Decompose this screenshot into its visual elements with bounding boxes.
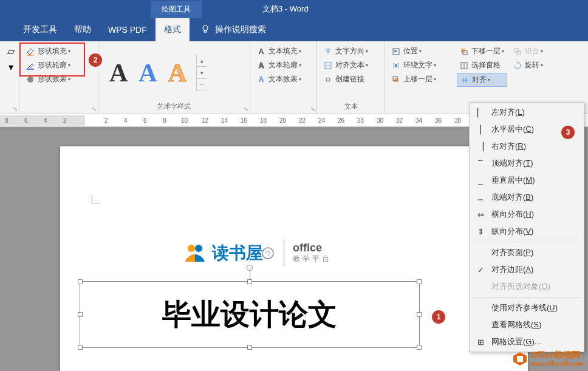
document-title: 文档3 - Word [262,4,309,15]
shape-fill-button[interactable]: 形状填充▾ [23,45,94,58]
logo-icon [182,240,208,267]
text-direction-icon [323,47,333,56]
position-button[interactable]: 位置▾ [389,45,450,58]
edit-shape-dropdown[interactable]: ▾ [4,60,18,74]
checkmark-icon: ✓ [474,265,487,274]
logo-block: 读书屋 office 教学平台 [182,240,332,267]
annotation-marker-3: 3 [561,126,575,139]
menu-align-margin[interactable]: ✓对齐边距(A) [470,261,584,278]
send-backward-icon [459,47,469,56]
ruler-tick: 34 [415,117,422,124]
ruler-tick: 2 [63,117,67,124]
shape-outline-button[interactable]: 形状轮廓▾ [23,59,94,72]
tell-me-label: 操作说明搜索 [215,24,266,35]
align-hcenter-icon: ⎮ [474,125,487,134]
text-direction-button[interactable]: 文字方向▾ [321,45,381,58]
distribute-h-icon: ⇔ [474,210,487,219]
ribbon-tabs: 开发工具 帮助 WPS PDF 格式 操作说明搜索 [0,18,588,41]
menu-align-vcenter[interactable]: ⎯垂直居中(M) [470,172,584,189]
svg-rect-16 [517,51,521,55]
menu-align-left[interactable]: ▏左对齐(L) [470,104,584,121]
menu-view-gridlines[interactable]: 查看网格线(S) [470,316,584,333]
gallery-down-icon[interactable]: ▾ [197,67,207,79]
menu-align-bottom[interactable]: ⎽底端对齐(B) [470,189,584,206]
resize-handle[interactable] [247,345,252,350]
tell-me-search[interactable]: 操作说明搜索 [200,24,266,36]
menu-use-guides[interactable]: 使用对齐参考线(U) [470,299,584,316]
svg-rect-9 [395,64,397,67]
selection-pane-button[interactable]: 选择窗格 [457,59,507,72]
ruler-tick: 38 [454,117,461,124]
shape-effects-button[interactable]: 形状效果▾ [23,73,94,86]
ruler-tick: 10 [181,117,188,124]
gallery-more-icon[interactable]: ⋯ [197,79,207,91]
page[interactable]: 读书屋 office 教学平台 毕业设计论文 1 [60,146,528,371]
rotate-handle[interactable] [247,265,253,271]
create-link-button[interactable]: 创建链接 [321,73,381,86]
svg-point-19 [262,248,273,259]
menu-align-top[interactable]: ⎺顶端对齐(T) [470,155,584,172]
selected-textbox[interactable]: 毕业设计论文 [80,281,420,348]
menu-align-page[interactable]: 对齐页面(P) [470,244,584,261]
dialog-launcher-icon[interactable]: ⤡ [13,106,18,112]
wordart-gallery[interactable]: A A A [102,55,194,91]
ruler-tick: 24 [318,117,325,124]
ruler-tick: 4 [44,117,47,124]
wrap-icon [391,61,401,70]
align-button[interactable]: 对齐▾ [457,73,507,87]
gallery-up-icon[interactable]: ▴ [197,55,207,67]
resize-handle[interactable] [78,279,83,284]
menu-align-selected: 对齐所选对象(O) [470,278,584,295]
svg-point-18 [195,245,202,252]
resize-handle[interactable] [247,279,252,284]
ruler-tick: 18 [260,117,267,124]
group-text-styles: A 文本填充▾ A 文本轮廓▾ A 文本效果▾ ⤡ [250,41,317,114]
resize-handle[interactable] [417,312,422,317]
wordart-preset-1[interactable]: A [109,58,128,87]
svg-rect-4 [27,69,34,70]
svg-rect-3 [27,55,34,56]
menu-distribute-h[interactable]: ⇔横向分布(H) [470,206,584,223]
svg-point-0 [203,26,208,30]
bring-forward-button[interactable]: 上移一层▾ [389,73,450,86]
ruler-tick: 22 [299,117,306,124]
dialog-launcher-icon[interactable]: ⤡ [244,106,248,112]
group-label-wordart: 艺术字样式 [102,102,246,112]
resize-handle[interactable] [78,312,83,317]
margin-mark-icon [92,195,100,203]
edit-shape-btn[interactable]: ▱ [4,44,18,58]
text-fill-button[interactable]: A 文本填充▾ [254,45,313,58]
wordart-preset-3[interactable]: A [168,58,186,87]
wordart-preset-2[interactable]: A [138,58,157,87]
rotate-icon [513,61,522,70]
tab-prev[interactable] [0,18,15,41]
align-text-button[interactable]: 对齐文本▾ [321,59,381,72]
tab-help[interactable]: 帮助 [66,18,100,41]
wrap-text-button[interactable]: 环绕文字▾ [389,59,450,72]
resize-handle[interactable] [417,345,422,350]
send-backward-button[interactable]: 下移一层▾ [457,45,507,58]
watermark-url: www.office26.com [530,361,583,367]
group-arrange-1: 位置▾ 环绕文字▾ 上移一层▾ [385,41,453,114]
logo-text: 读书屋 [212,242,263,265]
menu-distribute-v[interactable]: ⇕纵向分布(V) [470,223,584,240]
text-effects-button[interactable]: A 文本效果▾ [254,73,313,86]
text-outline-button[interactable]: A 文本轮廓▾ [254,59,313,72]
menu-align-right[interactable]: ▕右对齐(R) [470,138,584,155]
resize-handle[interactable] [78,345,83,350]
tab-developer[interactable]: 开发工具 [15,18,66,41]
dialog-launcher-icon[interactable]: ⤡ [310,106,315,112]
textbox-content[interactable]: 毕业设计论文 [162,295,337,334]
menu-grid-settings[interactable]: ⊞网格设置(G)... [470,333,584,350]
text-outline-icon: A [256,61,266,70]
dialog-launcher-icon[interactable]: ⤡ [92,106,97,112]
title-bar: 绘图工具 文档3 - Word [0,0,588,18]
tab-wps-pdf[interactable]: WPS PDF [100,18,156,41]
tab-format[interactable]: 格式 [156,18,190,41]
rotate-button[interactable]: 旋转▾ [510,59,545,72]
paint-bucket-icon [26,47,35,56]
grid-icon: ⊞ [474,338,487,347]
ruler-tick: 4 [124,117,128,124]
svg-rect-21 [517,356,523,362]
resize-handle[interactable] [417,279,422,284]
